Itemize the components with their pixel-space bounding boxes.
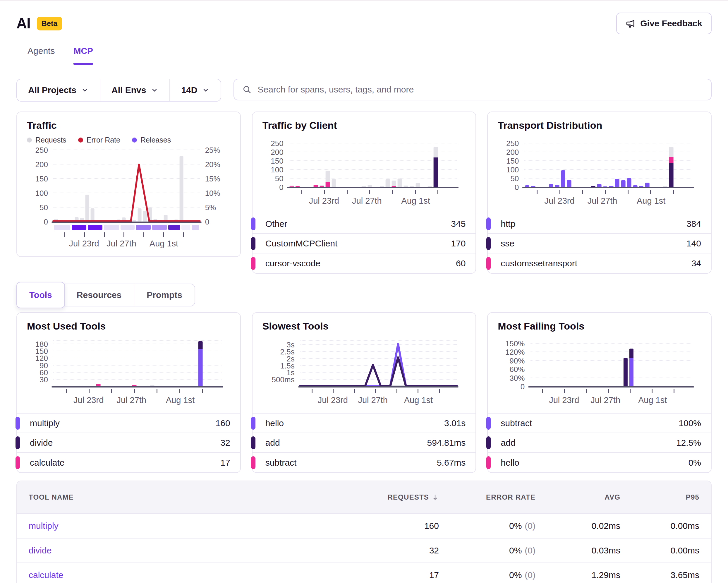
y-axis-label: 250 (35, 146, 48, 155)
list-item: calculate17 (17, 453, 240, 472)
list-item-label: multiply (30, 418, 60, 428)
table-header-row: Tool NameRequestsError RateAvgP95 (17, 481, 711, 513)
daterange-filter-button[interactable]: 14D (170, 79, 220, 101)
by-client-card: Traffic by Client250200150100500Jul 23rd… (252, 111, 476, 274)
list-item-value: 345 (451, 219, 466, 229)
tool-name-link[interactable]: calculate (29, 570, 63, 580)
series-swatch (486, 237, 491, 250)
tool-name-cell: calculate (17, 570, 363, 580)
x-tick (375, 389, 376, 394)
list-item-label: add (501, 438, 515, 448)
y-axis-right-label: 15% (205, 174, 220, 183)
projects-filter-button[interactable]: All Projects (17, 79, 100, 101)
y-axis-right-label: 0 (205, 218, 209, 227)
gridline (53, 351, 222, 351)
list-item-value: 100% (679, 418, 701, 428)
tab-agents[interactable]: Agents (27, 46, 55, 65)
column-header-avg[interactable]: Avg (547, 493, 632, 501)
bar (621, 180, 626, 187)
traffic-chart: 25020015010050025%20%15%10%5%0Jul 23rdJu… (53, 150, 200, 256)
x-tick (650, 189, 651, 194)
x-tick (560, 189, 560, 194)
bar (122, 218, 126, 222)
column-header-error-rate[interactable]: Error Rate (451, 493, 547, 501)
x-tick (418, 389, 418, 394)
x-tick (347, 189, 347, 194)
slowest-plot: 3s2.5s2s1.5s1s500msJul 23rdJul 27thAug 1… (300, 341, 457, 387)
table-row[interactable]: multiply1600%(0)0.02ms0.00ms (17, 513, 711, 538)
page-title: AI (17, 15, 30, 32)
envs-filter-button[interactable]: All Envs (100, 79, 170, 101)
x-tick (144, 232, 144, 237)
bar (386, 179, 390, 187)
gridline (53, 379, 222, 380)
x-tick (582, 189, 583, 194)
x-axis-label: Jul 23rd (544, 196, 574, 206)
x-tick (652, 389, 652, 394)
section-tab-prompts[interactable]: Prompts (134, 284, 194, 306)
list-item: divide32 (17, 433, 240, 453)
page-header: AI Beta Give Feedback AgentsMCP (0, 1, 728, 65)
x-axis-label: Jul 27th (106, 239, 136, 249)
y-axis-label: 150 (35, 174, 48, 183)
search-input[interactable] (258, 84, 703, 95)
list-item: customssetransport34 (488, 253, 711, 273)
bar (332, 179, 336, 187)
x-axis-label: Jul 27th (116, 396, 146, 405)
by-client-title: Traffic by Client (262, 120, 466, 131)
list-item: add12.5% (488, 433, 711, 453)
tool-name-link[interactable]: multiply (29, 521, 58, 531)
gridline (53, 372, 222, 373)
list-item-value: 60 (456, 258, 466, 269)
bar (391, 181, 396, 187)
y-axis-label: 50 (510, 174, 519, 183)
list-item-label: add (265, 438, 280, 448)
x-axis-label: Aug 1st (637, 196, 666, 206)
list-item: Other345 (253, 214, 476, 234)
column-header-requests[interactable]: Requests (363, 493, 451, 501)
bar (143, 211, 147, 222)
series-swatch (16, 417, 20, 430)
tab-mcp[interactable]: MCP (74, 46, 93, 65)
most-used-plot: 180150120906030Jul 23rdJul 27thAug 1st (53, 341, 222, 387)
x-tick (564, 389, 565, 394)
list-item-value: 17 (220, 458, 230, 468)
gridline (530, 343, 692, 344)
section-tab-resources[interactable]: Resources (64, 284, 134, 306)
tool-name-link[interactable]: divide (29, 546, 52, 556)
bar (164, 215, 168, 222)
bar (91, 208, 95, 222)
table-row[interactable]: calculate170%(0)1.29ms3.65ms (17, 562, 711, 583)
x-tick (630, 389, 630, 394)
failing-card: Most Failing Tools150%120%90%60%30%0Jul … (487, 312, 711, 473)
column-header-tool-name[interactable]: Tool Name (17, 493, 363, 501)
series-swatch (486, 456, 491, 469)
y-axis-label: 60% (510, 365, 525, 374)
p95-cell: 0.00ms (632, 546, 711, 556)
release-segment (136, 225, 151, 230)
bar (326, 171, 330, 187)
y-axis-label: 50 (275, 174, 284, 183)
error-rate-value: 0% (509, 521, 522, 531)
main-content: TrafficRequestsError RateReleases2502001… (0, 111, 728, 583)
table-row[interactable]: divide320%(0)0.03ms0.00ms (17, 538, 711, 562)
failing-chart: 150%120%90%60%30%0Jul 23rdJul 27thAug 1s… (530, 341, 692, 413)
x-tick (84, 232, 85, 237)
section-tab-tools[interactable]: Tools (17, 282, 65, 308)
x-axis (298, 386, 459, 387)
x-tick (104, 232, 105, 237)
failing-title: Most Failing Tools (498, 321, 701, 332)
failing-plot: 150%120%90%60%30%0Jul 23rdJul 27thAug 1s… (530, 341, 692, 387)
gridline (300, 351, 457, 352)
y-axis-label: 250 (271, 139, 283, 148)
legend-item: Requests (27, 136, 67, 144)
release-segment (181, 225, 190, 230)
y-axis-right-label: 20% (205, 160, 220, 169)
give-feedback-button[interactable]: Give Feedback (616, 12, 711, 34)
list-item-value: 32 (220, 438, 230, 448)
column-header-p95[interactable]: P95 (632, 493, 711, 501)
legend-label: Error Rate (87, 136, 120, 144)
y-axis-label: 30% (510, 374, 525, 382)
y-axis-label: 200 (506, 148, 519, 157)
list-item-value: 160 (216, 418, 230, 428)
